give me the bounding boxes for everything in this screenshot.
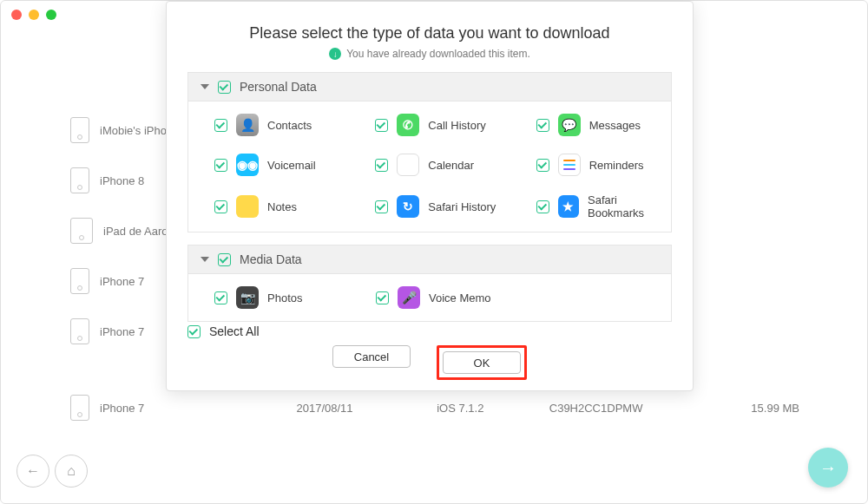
calendar-icon: 3 bbox=[397, 154, 419, 176]
download-icon: ↓ bbox=[329, 48, 341, 60]
checkbox[interactable] bbox=[214, 159, 227, 172]
messages-icon: 💬 bbox=[558, 114, 581, 136]
section-personal-data[interactable]: Personal Data bbox=[187, 72, 672, 101]
item-label: Messages bbox=[589, 119, 641, 132]
item-safari-history[interactable]: ↻Safari History bbox=[349, 185, 510, 228]
device-name: iPhone 7 bbox=[100, 325, 144, 338]
checkbox-personal[interactable] bbox=[218, 81, 231, 94]
iphone-icon bbox=[70, 117, 89, 143]
home-button[interactable]: ⌂ bbox=[55, 455, 88, 488]
item-voicemail[interactable]: ◉◉Voicemail bbox=[188, 145, 349, 185]
next-button[interactable]: → bbox=[808, 448, 848, 488]
reminders-icon bbox=[558, 154, 581, 176]
dialog-subtitle: ↓ You have already downloaded this item. bbox=[167, 48, 693, 60]
item-label: Voice Memo bbox=[429, 291, 491, 304]
device-ios: iOS 7.1.2 bbox=[392, 402, 528, 415]
device-serial: C39H2CC1DPMW bbox=[528, 402, 663, 415]
item-photos[interactable]: 📷Photos bbox=[188, 278, 350, 317]
app-window: iMobie's iPhone iPhone 8 iPad de Aaron i… bbox=[0, 0, 868, 504]
dialog-title: Please select the type of data you want … bbox=[167, 2, 693, 43]
photos-icon: 📷 bbox=[236, 286, 259, 309]
ok-button[interactable]: OK bbox=[443, 351, 521, 374]
phone-icon: ✆ bbox=[397, 114, 419, 136]
checkbox[interactable] bbox=[375, 200, 388, 213]
item-safari-bookmarks[interactable]: ★Safari Bookmarks bbox=[510, 185, 671, 228]
item-label: Safari Bookmarks bbox=[588, 193, 671, 219]
item-label: Calendar bbox=[428, 159, 474, 172]
item-label: Contacts bbox=[267, 119, 312, 132]
item-label: Photos bbox=[267, 291, 302, 304]
device-name: iPad de Aaron bbox=[103, 225, 174, 238]
voice-memo-icon: 🎤 bbox=[398, 286, 420, 309]
checkbox[interactable] bbox=[375, 159, 388, 172]
device-name: iPhone 7 bbox=[100, 275, 144, 288]
checkbox[interactable] bbox=[375, 119, 388, 132]
item-call-history[interactable]: ✆Call History bbox=[349, 105, 510, 145]
dialog-subtitle-text: You have already downloaded this item. bbox=[346, 48, 530, 60]
checkbox[interactable] bbox=[214, 200, 227, 213]
collapse-icon bbox=[201, 84, 209, 89]
select-data-dialog: Please select the type of data you want … bbox=[166, 1, 694, 391]
contacts-icon: 👤 bbox=[236, 114, 259, 136]
window-minimize-button[interactable] bbox=[29, 10, 39, 20]
section-label: Personal Data bbox=[240, 80, 317, 94]
window-maximize-button[interactable] bbox=[46, 10, 56, 20]
select-all-label: Select All bbox=[209, 324, 260, 338]
safari-history-icon: ↻ bbox=[397, 195, 419, 218]
window-close-button[interactable] bbox=[11, 10, 22, 20]
device-size: 15.99 MB bbox=[664, 402, 799, 415]
iphone-icon bbox=[70, 318, 89, 344]
checkbox[interactable] bbox=[536, 119, 549, 132]
back-button[interactable]: ← bbox=[16, 455, 49, 488]
iphone-icon bbox=[70, 167, 89, 193]
item-messages[interactable]: 💬Messages bbox=[510, 105, 671, 145]
notes-icon bbox=[236, 195, 259, 218]
iphone-icon bbox=[70, 395, 89, 421]
item-notes[interactable]: Notes bbox=[188, 185, 349, 228]
checkbox[interactable] bbox=[214, 119, 227, 132]
dialog-footer: Select All Cancel OK bbox=[167, 324, 693, 380]
item-calendar[interactable]: 3Calendar bbox=[349, 145, 510, 185]
cancel-button[interactable]: Cancel bbox=[332, 345, 411, 368]
personal-items: 👤Contacts ✆Call History 💬Messages ◉◉Voic… bbox=[187, 101, 672, 232]
item-voice-memo[interactable]: 🎤Voice Memo bbox=[350, 278, 511, 317]
item-label: Notes bbox=[267, 200, 297, 213]
device-date: 2017/08/11 bbox=[257, 402, 392, 415]
checkbox[interactable] bbox=[376, 291, 389, 304]
ok-highlight: OK bbox=[437, 345, 527, 380]
collapse-icon bbox=[201, 257, 209, 262]
voicemail-icon: ◉◉ bbox=[236, 154, 259, 176]
device-name: iPhone 8 bbox=[100, 174, 144, 187]
item-label: Reminders bbox=[589, 159, 644, 172]
checkbox[interactable] bbox=[214, 291, 227, 304]
device-detail-row: iPhone 7 2017/08/11 iOS 7.1.2 C39H2CC1DP… bbox=[70, 395, 799, 421]
item-contacts[interactable]: 👤Contacts bbox=[188, 105, 349, 145]
section-label: Media Data bbox=[240, 252, 302, 266]
button-row: Cancel OK bbox=[187, 345, 672, 380]
iphone-icon bbox=[70, 268, 89, 294]
safari-bookmarks-icon: ★ bbox=[558, 195, 579, 218]
item-reminders[interactable]: Reminders bbox=[510, 145, 671, 185]
section-media-data[interactable]: Media Data bbox=[187, 245, 672, 274]
checkbox-select-all[interactable] bbox=[187, 325, 201, 338]
select-all[interactable]: Select All bbox=[187, 324, 672, 338]
media-items: 📷Photos 🎤Voice Memo bbox=[187, 274, 672, 322]
item-label: Call History bbox=[428, 119, 485, 132]
item-label: Safari History bbox=[428, 200, 496, 213]
ipad-icon bbox=[70, 218, 93, 244]
checkbox-media[interactable] bbox=[218, 253, 231, 266]
device-name: iPhone 7 bbox=[100, 402, 144, 415]
checkbox[interactable] bbox=[536, 200, 549, 213]
item-label: Voicemail bbox=[267, 159, 316, 172]
checkbox[interactable] bbox=[536, 159, 549, 172]
